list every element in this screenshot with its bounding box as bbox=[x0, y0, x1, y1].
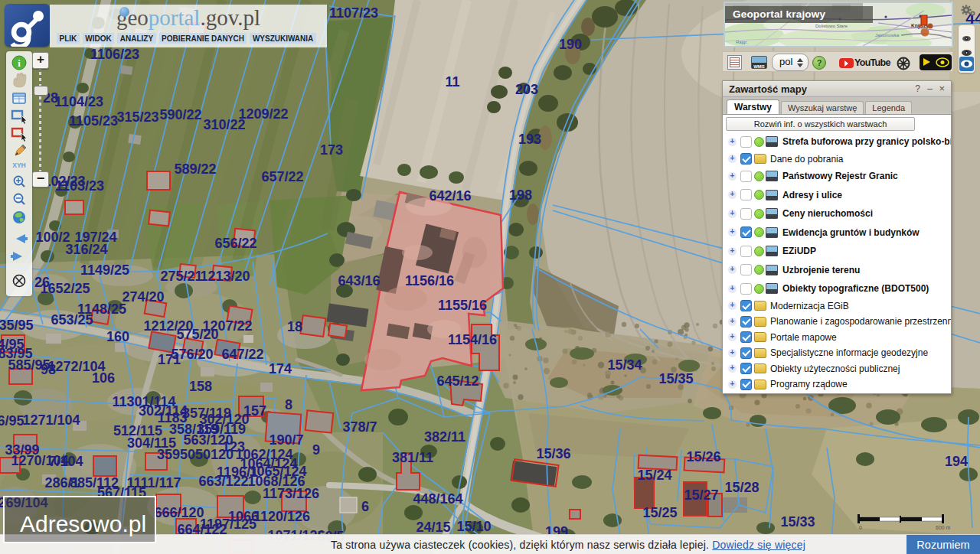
svg-text:647/22: 647/22 bbox=[221, 347, 263, 362]
svg-text:24/15: 24/15 bbox=[416, 520, 450, 535]
svg-text:7/104: 7/104 bbox=[48, 454, 83, 469]
svg-text:0: 0 bbox=[859, 525, 862, 530]
svg-text:15/25: 15/25 bbox=[642, 505, 677, 520]
svg-text:1149/25: 1149/25 bbox=[80, 262, 129, 278]
svg-text:316/24: 316/24 bbox=[65, 242, 107, 257]
svg-text:666/120: 666/120 bbox=[154, 505, 204, 520]
svg-text:XYH: XYH bbox=[12, 161, 25, 169]
svg-text:15/10: 15/10 bbox=[456, 519, 491, 534]
svg-text:3595050120: 3595050120 bbox=[157, 447, 234, 462]
svg-text:653/25: 653/25 bbox=[51, 312, 93, 328]
svg-text:190: 190 bbox=[559, 37, 582, 52]
svg-text:382/11: 382/11 bbox=[424, 429, 466, 445]
svg-text:35/95: 35/95 bbox=[0, 318, 34, 333]
svg-text:1173/126: 1173/126 bbox=[263, 486, 319, 501]
svg-text:198: 198 bbox=[509, 187, 532, 203]
svg-text:1103/23: 1103/23 bbox=[55, 178, 104, 194]
svg-text:15/28: 15/28 bbox=[724, 480, 759, 495]
svg-text:642/16: 642/16 bbox=[429, 188, 471, 204]
svg-text:8: 8 bbox=[285, 397, 292, 412]
svg-text:1209/22: 1209/22 bbox=[238, 106, 288, 122]
svg-text:174: 174 bbox=[269, 361, 292, 376]
svg-text:15/34: 15/34 bbox=[607, 357, 642, 373]
svg-text:193: 193 bbox=[518, 132, 541, 147]
svg-text:1652/25: 1652/25 bbox=[40, 281, 90, 296]
svg-text:275/21: 275/21 bbox=[160, 269, 202, 284]
svg-text:15/24: 15/24 bbox=[637, 468, 671, 483]
svg-text:158: 158 bbox=[189, 379, 212, 394]
svg-text:1105/23: 1105/23 bbox=[69, 113, 118, 129]
svg-text:1213/20: 1213/20 bbox=[200, 269, 250, 284]
svg-text:274/20: 274/20 bbox=[122, 289, 164, 305]
svg-text:315/23: 315/23 bbox=[116, 109, 158, 125]
svg-text:i: i bbox=[18, 57, 21, 69]
svg-text:106: 106 bbox=[92, 370, 115, 386]
svg-text:15/27: 15/27 bbox=[684, 487, 718, 503]
svg-text:15/33: 15/33 bbox=[780, 514, 815, 530]
svg-text:6: 6 bbox=[361, 499, 369, 514]
svg-text:203: 203 bbox=[515, 82, 538, 97]
svg-text:18: 18 bbox=[287, 319, 302, 334]
svg-text:1154/16: 1154/16 bbox=[448, 332, 497, 347]
svg-text:157: 157 bbox=[243, 403, 266, 419]
svg-text:Rajgr.: Rajgr. bbox=[736, 40, 748, 44]
svg-text:589/22: 589/22 bbox=[174, 161, 216, 177]
svg-text:663/122: 663/122 bbox=[198, 474, 248, 489]
svg-text:160: 160 bbox=[106, 329, 129, 344]
svg-text:657/22: 657/22 bbox=[261, 169, 303, 184]
svg-text:Dolistowo Stare: Dolistowo Stare bbox=[815, 24, 848, 28]
svg-text:173: 173 bbox=[320, 142, 343, 158]
svg-text:645/12: 645/12 bbox=[436, 373, 479, 389]
svg-text:15/26: 15/26 bbox=[686, 449, 720, 464]
svg-text:6/95: 6/95 bbox=[0, 413, 24, 429]
svg-text:378/7: 378/7 bbox=[342, 419, 377, 435]
svg-text:11: 11 bbox=[445, 74, 459, 90]
svg-text:9: 9 bbox=[312, 442, 320, 458]
svg-text:656/22: 656/22 bbox=[214, 236, 256, 251]
svg-text:1207/22: 1207/22 bbox=[202, 318, 252, 334]
svg-text:1156/16: 1156/16 bbox=[405, 273, 454, 288]
svg-text:190/7: 190/7 bbox=[269, 432, 303, 448]
svg-text:1107/23: 1107/23 bbox=[329, 5, 378, 21]
svg-text:1106/23: 1106/23 bbox=[90, 47, 139, 62]
svg-text:643/16: 643/16 bbox=[338, 273, 380, 288]
svg-text:1271/104: 1271/104 bbox=[22, 412, 80, 428]
svg-text:Jasionowka: Jasionowka bbox=[875, 33, 900, 37]
svg-text:448/164: 448/164 bbox=[413, 491, 462, 507]
svg-text:15/36: 15/36 bbox=[536, 446, 570, 461]
svg-text:590/22: 590/22 bbox=[159, 107, 201, 122]
svg-text:171: 171 bbox=[158, 352, 181, 367]
svg-text:33/99: 33/99 bbox=[5, 442, 39, 458]
svg-text:15/35: 15/35 bbox=[658, 371, 693, 386]
svg-text:600 m: 600 m bbox=[936, 525, 951, 530]
svg-text:1120/126: 1120/126 bbox=[253, 509, 310, 524]
svg-text:381/11: 381/11 bbox=[392, 450, 433, 465]
svg-text:194: 194 bbox=[945, 454, 968, 469]
svg-text:1104/23: 1104/23 bbox=[54, 94, 103, 109]
svg-text:1155/16: 1155/16 bbox=[438, 298, 487, 313]
